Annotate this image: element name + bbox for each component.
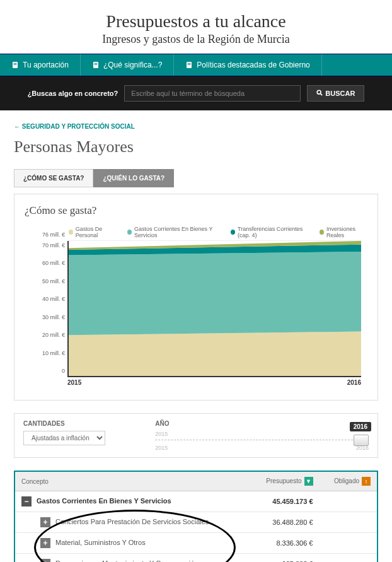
chart-legend: Gastos De Personal Gastos Corrientes En … [69,226,367,238]
row-label: Reparaciones, Mantenimiento Y Conservaci… [55,559,198,562]
document-icon [185,61,193,69]
row-obligado [320,533,378,554]
legend-item[interactable]: Inversiones Reales [320,226,367,238]
row-presupuesto: 8.336.306 € [250,533,319,554]
th-presupuesto[interactable]: Presupuesto▼ [250,472,319,491]
magnifier-icon [316,90,323,97]
tab-como[interactable]: ¿CÓMO SE GASTA? [14,169,93,187]
site-title: Presupuestos a tu alcance [0,11,392,32]
nav-politicas[interactable]: Políticas destacadas de Gobierno [174,54,321,76]
table-row[interactable]: +Material, Suministros Y Otros8.336.306 … [15,533,377,554]
expand-icon[interactable]: + [40,559,50,562]
xtick: 2016 [347,379,361,386]
th-concepto[interactable]: Concepto [15,472,250,491]
nav-label: ¿Qué significa...? [103,61,162,69]
year-mark: 2016 [356,445,369,451]
ytick: 40 mill. € [42,296,65,302]
nav-label: Políticas destacadas de Gobierno [197,61,309,69]
panel-title: ¿Cómo se gasta? [25,204,367,217]
svg-rect-2 [14,64,17,65]
row-label: Conciertos Para Prestación De Servicios … [55,518,209,525]
row-presupuesto: 36.488.280 € [250,512,319,533]
nav-aportacion[interactable]: Tu aportación [0,54,81,76]
ytick: 76 mill. € [42,231,65,238]
legend-label: Transferencias Corrientes (cap. 4) [238,226,311,238]
svg-point-9 [318,90,321,94]
svg-rect-5 [94,64,97,65]
ytick: 0 [62,368,65,374]
search-input[interactable] [124,85,301,102]
breadcrumb[interactable]: SEGURIDAD Y PROTECCIÓN SOCIAL [14,123,378,130]
nav-label: Tu aportación [23,61,69,69]
sort-down-icon: ▼ [304,477,313,486]
legend-item[interactable]: Gastos De Personal [69,226,118,238]
document-icon [92,61,100,69]
search-prompt: ¿Buscas algo en concreto? [28,90,118,97]
expand-icon[interactable]: + [40,538,50,548]
year-slider[interactable]: 2016 2015 2015 2016 [155,431,369,451]
table-row[interactable]: −Gastos Corrientes En Bienes Y Servicios… [15,491,377,512]
cantidades-label: CANTIDADES [23,420,130,427]
legend-item[interactable]: Gastos Corrientes En Bienes Y Servicios [127,226,222,238]
table-row[interactable]: +Reparaciones, Mantenimiento Y Conservac… [15,554,377,563]
legend-label: Inversiones Reales [326,226,367,238]
ytick: 60 mill. € [42,260,65,266]
year-badge: 2016 [350,422,371,431]
legend-label: Gastos De Personal [76,226,118,238]
ytick: 50 mill. € [42,278,65,284]
row-obligado [320,554,378,563]
budget-table: Concepto Presupuesto▼ Obligado↕ −Gastos … [14,471,378,562]
row-presupuesto: 45.459.173 € [250,491,319,512]
search-bar: ¿Buscas algo en concreto? BUSCAR [0,76,392,110]
tab-quien[interactable]: ¿QUIÉN LO GASTA? [93,169,174,187]
row-label: Gastos Corrientes En Bienes Y Servicios [37,497,171,505]
legend-label: Gastos Corrientes En Bienes Y Servicios [134,226,222,238]
main-nav: Tu aportación ¿Qué significa...? Polític… [0,54,392,76]
svg-rect-8 [188,64,191,65]
row-label: Material, Suministros Y Otros [55,539,146,546]
svg-rect-7 [188,63,191,64]
row-presupuesto: 605.883 € [250,554,319,563]
cantidades-select[interactable]: Ajustadas a inflación [23,431,105,445]
year-mark: 2015 [155,445,168,451]
expand-icon[interactable]: + [40,517,50,527]
svg-rect-4 [94,63,97,64]
ano-label: AÑO [155,420,369,427]
page-title: Personas Mayores [14,138,378,156]
svg-rect-1 [14,63,17,64]
th-obligado[interactable]: Obligado↕ [320,472,378,491]
legend-item[interactable]: Transferencias Corrientes (cap. 4) [231,226,311,238]
sort-icon: ↕ [362,477,371,486]
nav-significa[interactable]: ¿Qué significa...? [81,54,174,76]
ytick: 30 mill. € [42,314,65,320]
row-obligado [320,512,378,533]
document-icon [11,61,19,69]
svg-line-10 [321,94,323,96]
xtick: 2015 [67,379,81,386]
table-row[interactable]: +Conciertos Para Prestación De Servicios… [15,512,377,533]
ytick: 10 mill. € [42,350,65,356]
search-button-label: BUSCAR [325,90,355,97]
controls-bar: CANTIDADES Ajustadas a inflación AÑO 201… [14,413,378,458]
search-button[interactable]: BUSCAR [307,85,364,102]
row-obligado [320,491,378,512]
site-subtitle: Ingresos y gastos de la Región de Murcia [0,33,392,46]
area-chart: 010 mill. €20 mill. €30 mill. €40 mill. … [25,241,367,386]
ytick: 20 mill. € [42,332,65,338]
ytick: 70 mill. € [42,242,65,249]
collapse-icon[interactable]: − [21,496,32,506]
year-mark: 2015 [155,431,168,437]
